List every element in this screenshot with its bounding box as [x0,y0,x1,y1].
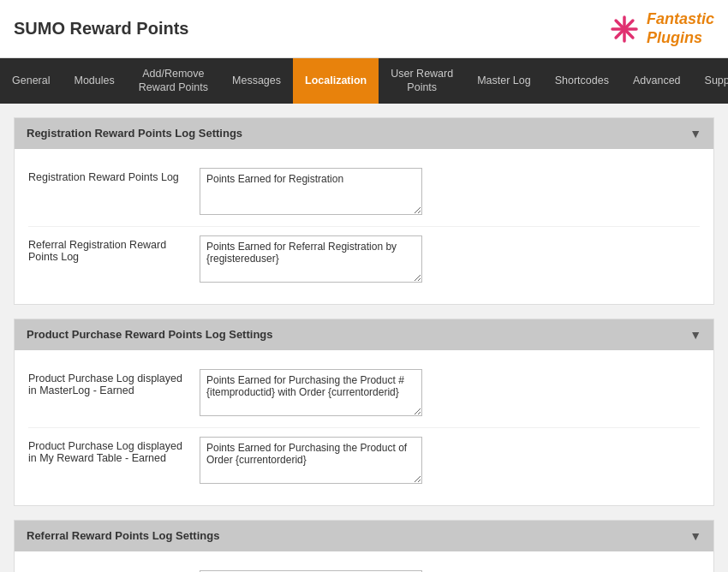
nav-item-shortcodes[interactable]: Shortcodes [543,58,621,104]
form-row: Referral Registration Reward Points Log [28,227,700,294]
nav-item-general[interactable]: General [0,58,62,104]
field-textarea[interactable] [200,235,422,283]
section-toggle-icon-registration[interactable]: ▼ [689,127,701,140]
field-textarea[interactable] [200,437,422,484]
main-content: Registration Reward Points Log Settings▼… [0,104,728,572]
nav-item-localization[interactable]: Localization [293,58,379,104]
section-toggle-icon-referral[interactable]: ▼ [689,529,701,543]
main-nav: GeneralModulesAdd/RemoveReward PointsMes… [0,58,728,104]
section-header-registration[interactable]: Registration Reward Points Log Settings▼ [15,118,713,149]
section-header-product[interactable]: Product Purchase Reward Points Log Setti… [15,319,713,350]
nav-item-modules[interactable]: Modules [62,58,126,104]
field-container [200,369,700,419]
nav-item-messages[interactable]: Messages [220,58,293,104]
nav-item-master-log[interactable]: Master Log [465,58,543,104]
field-label: Product Purchase Log displayed in Master… [28,369,200,396]
field-label: Referral Registration Reward Points Log [28,235,200,263]
field-container [200,437,700,486]
nav-item-advanced[interactable]: Advanced [621,58,693,104]
section-header-referral[interactable]: Referral Reward Points Log Settings▼ [15,521,713,551]
nav-item-support[interactable]: Support [693,58,728,104]
form-row: Registration Reward Points Log [28,159,700,227]
logo-icon [609,14,640,45]
app-title: SUMO Reward Points [14,19,188,39]
form-row: Referral Product Purchase Log - Earned [28,562,700,572]
form-row: Product Purchase Log displayed in My Rew… [28,428,700,495]
section-title-registration: Registration Reward Points Log Settings [27,127,242,140]
logo-text: Fantastic Plugins [647,10,714,47]
form-row: Product Purchase Log displayed in Master… [28,360,700,428]
field-container [200,235,700,285]
section-title-product: Product Purchase Reward Points Log Setti… [27,328,273,341]
section-body-product: Product Purchase Log displayed in Master… [15,350,713,505]
section-product: Product Purchase Reward Points Log Setti… [14,319,714,506]
section-referral: Referral Reward Points Log Settings▼Refe… [14,520,714,572]
logo-area: Fantastic Plugins [609,10,714,47]
section-body-registration: Registration Reward Points LogReferral R… [15,149,713,304]
section-toggle-icon-product[interactable]: ▼ [689,328,701,342]
nav-item-addremove-reward-points[interactable]: Add/RemoveReward Points [127,58,220,104]
field-textarea[interactable] [200,369,422,416]
field-textarea[interactable] [200,168,422,215]
field-container [200,168,700,217]
field-label: Product Purchase Log displayed in My Rew… [28,437,200,464]
section-body-referral: Referral Product Purchase Log - EarnedGe… [15,551,713,572]
section-title-referral: Referral Reward Points Log Settings [27,529,219,542]
nav-item-user-reward-points[interactable]: User RewardPoints [379,58,465,104]
section-registration: Registration Reward Points Log Settings▼… [14,117,714,305]
app-header: SUMO Reward Points Fantastic Plugins [0,0,728,58]
field-label: Registration Reward Points Log [28,168,200,183]
